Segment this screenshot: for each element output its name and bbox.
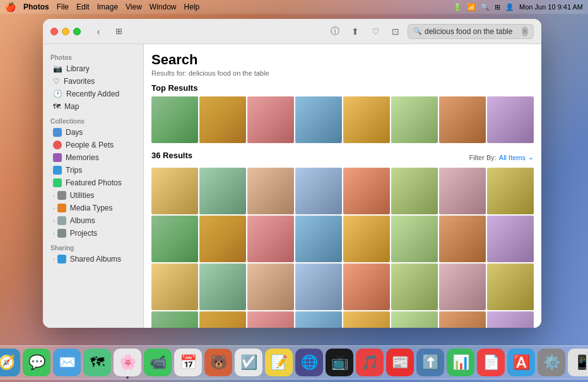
photo-cell[interactable]	[199, 168, 246, 214]
dock-icon-appstore[interactable]: 🅰️	[507, 349, 535, 376]
menu-edit[interactable]: Edit	[76, 3, 90, 11]
photo-cell[interactable]	[199, 263, 246, 310]
photo-cell[interactable]	[151, 216, 198, 262]
user-icon[interactable]: 👤	[505, 3, 514, 11]
dock-icon-bear[interactable]: 🐻	[204, 349, 232, 376]
photo-cell[interactable]	[487, 216, 534, 262]
sidebar-item-map[interactable]: 🗺 Map	[45, 100, 141, 113]
fullscreen-button[interactable]	[73, 28, 81, 35]
photo-cell[interactable]	[487, 263, 534, 310]
photo-cell[interactable]	[439, 263, 486, 310]
search-clear-button[interactable]: ✕	[522, 26, 528, 37]
photo-cell[interactable]	[391, 216, 438, 262]
photo-cell[interactable]	[391, 263, 438, 310]
menu-help[interactable]: Help	[184, 3, 200, 11]
dock-icon-reminders[interactable]: ☑️	[235, 349, 262, 376]
filter-button[interactable]: Filter By: All Items ⌄	[469, 153, 534, 161]
info-button[interactable]: ⓘ	[327, 23, 343, 40]
photo-cell[interactable]	[295, 263, 342, 310]
photo-cell[interactable]	[391, 311, 438, 328]
dock-icon-safari[interactable]: 🧭	[0, 349, 20, 376]
photo-cell[interactable]	[439, 311, 486, 328]
sidebar-item-days[interactable]: Days	[45, 126, 141, 139]
photo-cell[interactable]	[487, 96, 534, 143]
sidebar-item-projects[interactable]: › Projects	[45, 227, 141, 240]
rotate-button[interactable]: ⊡	[387, 23, 404, 40]
photo-cell[interactable]	[439, 96, 486, 143]
dock-icon-numbers[interactable]: 📊	[447, 349, 474, 376]
dock-icon-messages[interactable]: 💬	[23, 349, 50, 376]
dock-icon-transloader[interactable]: ⬆️	[416, 349, 444, 376]
share-button[interactable]: ⬆	[347, 23, 363, 40]
photo-cell[interactable]	[247, 168, 294, 214]
photo-cell[interactable]	[343, 263, 390, 310]
dock-icon-iphone-mirror[interactable]: 📱	[568, 349, 588, 376]
sidebar-item-recently-added[interactable]: 🕐 Recently Added	[45, 88, 141, 100]
photo-cell[interactable]	[247, 96, 294, 143]
photo-cell[interactable]	[295, 311, 342, 328]
menubar: 🍎 Photos File Edit Image View Window Hel…	[0, 0, 588, 14]
dock-icon-syspreferences[interactable]: ⚙️	[538, 349, 565, 376]
photo-cell[interactable]	[343, 168, 390, 214]
favorite-button[interactable]: ♡	[367, 23, 384, 40]
sidebar-item-trips[interactable]: Trips	[45, 164, 141, 177]
menu-view[interactable]: View	[126, 3, 142, 11]
photo-cell[interactable]	[151, 311, 198, 328]
dock-icon-arcgis[interactable]: 🌐	[295, 349, 323, 376]
photo-cell[interactable]	[295, 96, 342, 143]
control-center-icon[interactable]: ⊞	[495, 3, 500, 11]
photo-cell[interactable]	[487, 311, 534, 328]
photo-cell[interactable]	[295, 168, 342, 214]
forward-layout-button[interactable]: ⊞	[111, 24, 126, 39]
photo-cell[interactable]	[151, 96, 198, 143]
photo-cell[interactable]	[487, 168, 534, 214]
photo-cell[interactable]	[247, 263, 294, 310]
photo-cell[interactable]	[247, 216, 294, 262]
dock-icon-maps[interactable]: 🗺	[83, 349, 111, 376]
search-menubar-icon[interactable]: 🔍	[481, 3, 490, 11]
search-bar[interactable]: 🔍 ✕	[408, 24, 534, 39]
photo-cell[interactable]	[343, 216, 390, 262]
dock-icon-notes[interactable]: 📝	[265, 349, 293, 376]
back-button[interactable]: ‹	[91, 24, 106, 39]
sidebar-item-utilities[interactable]: › Utilities	[45, 189, 141, 202]
sidebar-item-featured-photos[interactable]: Featured Photos	[45, 177, 141, 189]
sidebar-item-favorites[interactable]: ♡ Favorites	[45, 75, 141, 88]
photo-cell[interactable]	[151, 263, 198, 310]
photo-cell[interactable]	[439, 216, 486, 262]
photo-cell[interactable]	[343, 311, 390, 328]
search-input[interactable]	[425, 27, 519, 36]
sidebar-item-media-types[interactable]: › Media Types	[45, 202, 141, 214]
close-button[interactable]	[50, 28, 58, 35]
sidebar-item-shared-albums[interactable]: › Shared Albums	[45, 253, 141, 265]
menu-image[interactable]: Image	[97, 3, 118, 11]
dock-icon-calendar[interactable]: 📅	[174, 349, 202, 376]
dock-icon-pages[interactable]: 📄	[477, 349, 505, 376]
sidebar-item-people-pets[interactable]: People & Pets	[45, 139, 141, 151]
dock-icon-photos[interactable]: 🌸	[114, 349, 141, 376]
sidebar-item-memories[interactable]: Memories	[45, 151, 141, 164]
dock-icon-facetime[interactable]: 📹	[144, 349, 172, 376]
dock-icon-appletv[interactable]: 📺	[326, 349, 353, 376]
app-menu-photos[interactable]: Photos	[23, 3, 49, 11]
photo-cell[interactable]	[391, 168, 438, 214]
photo-cell[interactable]	[199, 96, 246, 143]
minimize-button[interactable]	[62, 28, 69, 35]
apple-menu[interactable]: 🍎	[5, 2, 16, 12]
dock-icon-news[interactable]: 📰	[386, 349, 414, 376]
photo-cell[interactable]	[343, 96, 390, 143]
photo-cell[interactable]	[295, 216, 342, 262]
sidebar-label-days: Days	[66, 128, 83, 137]
sidebar-item-library[interactable]: 📷 Library	[45, 62, 141, 75]
photo-cell[interactable]	[391, 96, 438, 143]
menu-window[interactable]: Window	[150, 3, 177, 11]
sidebar-item-albums[interactable]: › Albums	[45, 214, 141, 227]
photo-cell[interactable]	[199, 311, 246, 328]
dock-icon-mail[interactable]: ✉️	[53, 349, 81, 376]
photo-cell[interactable]	[199, 216, 246, 262]
photo-cell[interactable]	[247, 311, 294, 328]
menu-file[interactable]: File	[57, 3, 69, 11]
dock-icon-music[interactable]: 🎵	[356, 349, 384, 376]
photo-cell[interactable]	[439, 168, 486, 214]
photo-cell[interactable]	[151, 168, 198, 214]
